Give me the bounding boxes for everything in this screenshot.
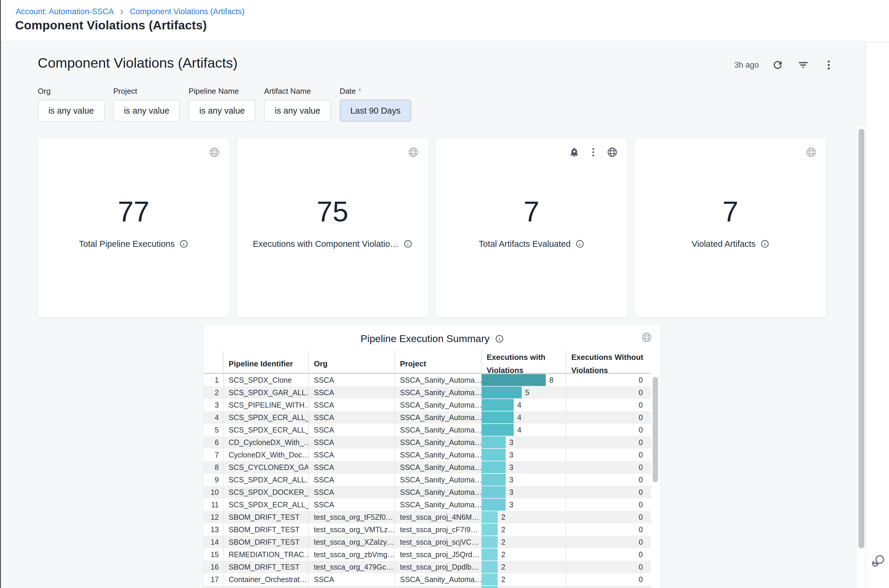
org-cell: SSCA	[308, 436, 394, 448]
col-header-org[interactable]: Org	[308, 351, 394, 377]
table-row[interactable]: 15REMEDIATION_TRAC…test_ssca_org_zbVmg…t…	[204, 548, 651, 561]
table-row[interactable]: 17Container_Orchestrat…SSCASSCA_Sanity_A…	[204, 573, 651, 586]
globe-icon[interactable]	[806, 147, 817, 158]
metric-value: 7	[722, 196, 738, 227]
violations-bar	[481, 424, 514, 436]
row-number-cell: 10	[204, 486, 223, 498]
metric-label: Total Pipeline Executions	[79, 239, 174, 249]
org-cell: SSCA	[308, 448, 394, 461]
table-row[interactable]: 6CD_CycloneDX_With_…SSCASSCA_Sanity_Auto…	[204, 436, 651, 448]
table-row[interactable]: 5SCS_SPDX_ECR_ALL_…SSCASSCA_Sanity_Autom…	[204, 424, 651, 436]
filter-bar: Orgis any valueProjectis any valuePipeli…	[38, 87, 411, 122]
executions-with-violations-cell: 2	[481, 511, 566, 524]
filter-icon[interactable]	[796, 58, 810, 72]
table-row[interactable]	[204, 586, 651, 588]
project-cell: SSCA_Sanity_Automa…	[394, 424, 481, 436]
pipeline-identifier-cell: SCS_SPDX_ACR_ALL…	[223, 474, 308, 486]
tile-header-icons	[569, 147, 618, 158]
pipeline-identifier-cell: SCS_SPDX_ECR_ALL_…	[223, 424, 308, 436]
org-cell: SSCA	[308, 573, 394, 586]
col-header-executions-without-violations[interactable]: Executions Without Violations	[566, 351, 651, 377]
table-row[interactable]: 4SCS_SPDX_ECR_ALL_…SSCASSCA_Sanity_Autom…	[204, 411, 651, 424]
filter-label: Pipeline Name	[188, 87, 255, 100]
filter-group-project: Projectis any value	[113, 87, 180, 122]
table-row[interactable]: 3SCS_PIPELINE_WITH…SSCASSCA_Sanity_Autom…	[204, 399, 651, 411]
table-row[interactable]: 7CycloneDX_With_Doc…SSCASSCA_Sanity_Auto…	[204, 448, 651, 461]
table-body: 1SCS_SPDX_CloneSSCASSCA_Sanity_Automa…80…	[204, 374, 651, 588]
info-icon[interactable]	[760, 239, 769, 248]
info-icon[interactable]	[575, 239, 584, 248]
tile-header-icons	[209, 147, 220, 158]
table-row[interactable]: 9SCS_SPDX_ACR_ALL…SSCASSCA_Sanity_Automa…	[204, 474, 651, 486]
table-row[interactable]: 10SCS_SPDX_DOCKER_…SSCASSCA_Sanity_Autom…	[204, 486, 651, 498]
panel-title: Pipeline Execution Summary	[361, 333, 490, 344]
chat-bubbles-icon[interactable]	[870, 554, 886, 569]
last-refreshed-label: 3h ago	[734, 60, 759, 70]
bell-plus-icon[interactable]	[569, 147, 580, 158]
globe-icon[interactable]	[408, 147, 419, 158]
project-cell: SSCA_Sanity_Automa…	[394, 374, 481, 386]
executions-without-violations-cell: 0	[566, 561, 651, 573]
project-cell: test_ssca_proj_Dpdlb…	[394, 561, 481, 573]
executions-with-violations-cell: 2	[481, 524, 566, 536]
kebab-icon[interactable]	[588, 147, 599, 158]
breadcrumb-current-link[interactable]: Component Violations (Artifacts)	[130, 7, 245, 16]
table-row[interactable]: 11SCS_SPDX_ECR_ALL_…SSCASSCA_Sanity_Auto…	[204, 498, 651, 511]
filter-value-button-artifact-name[interactable]: is any value	[264, 100, 331, 122]
metric-tile-2: 75Executions with Component Violatio…	[237, 138, 429, 317]
globe-icon[interactable]	[641, 332, 652, 343]
table-row[interactable]: 16SBOM_DRIFT_TESTtest_ssca_org_479Gc…tes…	[204, 561, 651, 573]
project-cell: test_ssca_proj_4N6M…	[394, 511, 481, 524]
pipeline-identifier-cell: SCS_CYCLONEDX_GA…	[223, 461, 308, 474]
table-row[interactable]: 12SBOM_DRIFT_TESTtest_ssca_org_tF5Zf0…te…	[204, 511, 651, 524]
metric-value: 77	[118, 196, 150, 227]
metric-value: 7	[523, 196, 539, 227]
tile-header-icons	[408, 147, 419, 158]
pipeline-identifier-cell: SCS_PIPELINE_WITH…	[223, 399, 308, 411]
filter-value-button-pipeline-name[interactable]: is any value	[188, 100, 255, 122]
project-cell: SSCA_Sanity_Automa…	[394, 461, 481, 474]
org-cell: SSCA	[308, 486, 394, 498]
executions-without-violations-cell: 0	[566, 573, 651, 586]
filter-value-button-org[interactable]: is any value	[38, 100, 105, 122]
row-number-cell: 7	[204, 448, 223, 461]
dashboard-scrollbar-thumb[interactable]	[859, 129, 864, 548]
col-header-project[interactable]: Project	[394, 351, 481, 377]
org-cell: SSCA	[308, 411, 394, 424]
filter-value-button-project[interactable]: is any value	[113, 100, 180, 122]
pipeline-identifier-cell: CycloneDX_With_Doc…	[223, 448, 308, 461]
filter-label: Org	[38, 87, 105, 100]
chevron-right-icon	[119, 9, 125, 15]
globe-icon[interactable]	[607, 147, 618, 158]
violations-bar-value: 2	[501, 561, 505, 573]
executions-with-violations-cell: 4	[481, 411, 566, 424]
violations-bar-value: 3	[509, 436, 513, 448]
info-icon[interactable]	[179, 239, 188, 248]
filter-label: Date*	[340, 87, 411, 100]
table-scrollbar-thumb[interactable]	[653, 377, 658, 482]
info-icon[interactable]	[403, 239, 412, 248]
kebab-menu-icon[interactable]	[822, 58, 836, 72]
violations-bar-value: 4	[517, 399, 521, 411]
breadcrumb-account-link[interactable]: Account: Automation-SSCA	[16, 7, 114, 16]
col-header-pipeline-identifier[interactable]: Pipeline Identifier	[223, 351, 308, 377]
info-icon[interactable]	[495, 334, 504, 343]
table-row[interactable]: 2SCS_SPDX_GAR_ALL…SSCASSCA_Sanity_Automa…	[204, 386, 651, 399]
violations-bar	[481, 436, 505, 448]
violations-bar	[481, 511, 498, 523]
globe-icon[interactable]	[209, 147, 220, 158]
table-row[interactable]: 8SCS_CYCLONEDX_GA…SSCASSCA_Sanity_Automa…	[204, 461, 651, 474]
metric-label: Total Artifacts Evaluated	[478, 239, 571, 249]
org-cell: test_ssca_org_tF5Zf0…	[308, 511, 394, 524]
tile-content: 75Executions with Component Violatio…	[237, 196, 429, 249]
executions-without-violations-cell: 0	[566, 399, 651, 411]
dashboard-scrollbar-track[interactable]	[857, 126, 866, 588]
table-row[interactable]: 13SBOM_DRIFT_TESTtest_ssca_org_VMTLz…tes…	[204, 524, 651, 536]
refresh-icon[interactable]	[771, 58, 784, 72]
pipeline-identifier-cell: SBOM_DRIFT_TEST	[223, 536, 308, 548]
filter-value-button-date[interactable]: Last 90 Days	[340, 100, 411, 122]
table-row[interactable]: 14SBOM_DRIFT_TESTtest_ssca_org_XZalzy…te…	[204, 536, 651, 548]
table-row[interactable]: 1SCS_SPDX_CloneSSCASSCA_Sanity_Automa…80	[204, 374, 651, 386]
violations-bar	[481, 486, 505, 498]
col-header-executions-with-violations[interactable]: Executions with Violations	[481, 351, 566, 377]
